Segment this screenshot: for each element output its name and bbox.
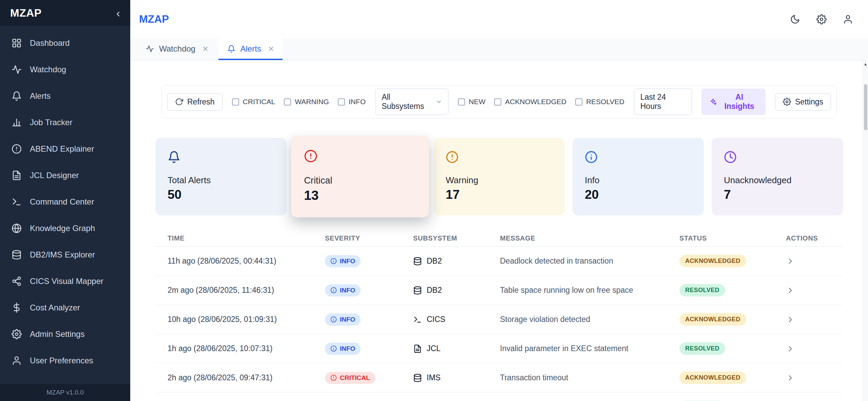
sidebar-item-label: Admin Settings [30, 329, 84, 339]
header-settings-button[interactable] [816, 14, 827, 24]
sidebar-item-jcl-designer[interactable]: JCL Designer [0, 162, 130, 189]
severity-badge: INFO [325, 284, 361, 297]
sidebar-item-label: Dashboard [30, 38, 70, 48]
tab-label: Watchdog [159, 44, 195, 54]
sidebar-item-watchdog[interactable]: Watchdog [0, 56, 130, 83]
status-badge: RESOLVED [679, 284, 725, 297]
stat-card-critical[interactable]: Critical13 [291, 136, 429, 217]
alert-circle-icon [330, 375, 337, 381]
alert-status: ACKNOWLEDGED [679, 313, 783, 326]
alert-severity: INFO [325, 313, 413, 326]
chevron-right-icon[interactable] [786, 286, 795, 295]
sidebar-item-command-center[interactable]: Command Center [0, 189, 130, 215]
main-area: MZAP Watchdog×Alerts× Refresh CRITICALWA… [130, 0, 868, 401]
close-icon[interactable]: × [268, 44, 274, 54]
alert-circle-icon-wrap [304, 149, 317, 163]
stat-label: Critical [304, 175, 416, 186]
chevron-right-icon [786, 344, 795, 353]
time-range-select[interactable]: Last 24 Hours [634, 89, 692, 115]
stat-card-warning[interactable]: Warning17 [433, 138, 565, 215]
dark-mode-button[interactable] [790, 14, 800, 24]
stat-label: Total Alerts [168, 175, 274, 186]
alert-message: Storage violation detected [500, 315, 679, 324]
app-root: MZAP ‹ DashboardWatchdogAlertsJob Tracke… [0, 0, 868, 401]
sidebar-item-dashboard[interactable]: Dashboard [0, 30, 130, 56]
stat-value: 7 [724, 188, 831, 202]
refresh-label: Refresh [187, 97, 215, 107]
status-badge: ACKNOWLEDGED [679, 255, 746, 267]
chevron-right-icon[interactable] [786, 374, 795, 382]
scrollbar[interactable]: ▲ [863, 60, 868, 401]
subsystem-select-value: All Subsystems [382, 93, 431, 111]
chevron-down-icon [436, 98, 442, 105]
checkbox-label: NEW [469, 98, 485, 106]
filter-acknowledged-checkbox[interactable]: ACKNOWLEDGED [494, 98, 566, 106]
tab-bar: Watchdog×Alerts× [130, 39, 868, 60]
subsystem-name: CICS [427, 315, 445, 324]
profile-button[interactable] [843, 14, 853, 24]
settings-button[interactable]: Settings [775, 93, 831, 111]
sidebar-item-user-preferences[interactable]: User Preferences [0, 347, 130, 374]
scrollbar-thumb[interactable] [864, 84, 867, 130]
share-icon [12, 276, 22, 286]
chart-icon [12, 117, 22, 128]
alert-subsystem: DB2 [413, 256, 500, 266]
page-title: MZAP [139, 13, 169, 25]
close-icon[interactable]: × [202, 44, 208, 54]
bell-icon [168, 151, 180, 164]
alert-circle-icon-wrap [446, 151, 459, 164]
severity-badge: INFO [325, 343, 361, 355]
alert-circle-icon [446, 151, 459, 164]
sidebar-item-knowledge-graph[interactable]: Knowledge Graph [0, 215, 130, 242]
alert-actions [783, 257, 843, 266]
settings-label: Settings [795, 97, 823, 107]
sidebar-item-cost-analyzer[interactable]: Cost Analyzer [0, 294, 130, 321]
chevron-right-icon[interactable] [786, 344, 795, 353]
chevron-right-icon [786, 315, 795, 324]
sidebar-item-alerts[interactable]: Alerts [0, 83, 130, 109]
globe-icon [12, 223, 22, 233]
sidebar-item-admin-settings[interactable]: Admin Settings [0, 321, 130, 347]
chevron-right-icon[interactable] [786, 315, 795, 324]
subsystem-select[interactable]: All Subsystems [375, 89, 448, 115]
scroll-up-icon[interactable]: ▲ [863, 62, 868, 66]
sidebar-item-job-tracker[interactable]: Job Tracker [0, 109, 130, 136]
stat-card-total-alerts[interactable]: Total Alerts50 [155, 138, 287, 215]
refresh-button[interactable]: Refresh [167, 93, 223, 111]
status-badge: ACKNOWLEDGED [679, 313, 746, 326]
database-icon [413, 286, 422, 295]
tab-alerts[interactable]: Alerts× [218, 39, 283, 60]
sidebar-collapse-button[interactable]: ‹ [116, 7, 120, 19]
filter-resolved-checkbox[interactable]: RESOLVED [575, 98, 624, 106]
sidebar-item-label: DB2/IMS Explorer [30, 250, 95, 260]
database-icon [12, 250, 22, 260]
filter-warning-checkbox[interactable]: WARNING [284, 98, 329, 106]
alert-subsystem: DB2 [413, 286, 500, 295]
subsystem-name: DB2 [427, 256, 442, 266]
alert-severity: CRITICAL [325, 372, 413, 384]
refresh-icon [175, 98, 183, 106]
sidebar-item-cics-visual-mapper[interactable]: CICS Visual Mapper [0, 268, 130, 294]
stat-label: Warning [446, 175, 553, 186]
stat-card-info[interactable]: Info20 [573, 138, 704, 215]
sidebar-item-label: CICS Visual Mapper [30, 276, 103, 286]
sidebar-item-abend-explainer[interactable]: ABEND Explainer [0, 136, 130, 162]
sidebar-item-label: ABEND Explainer [30, 144, 94, 154]
ai-insights-button[interactable]: AI Insights [701, 89, 766, 115]
gear-icon [12, 329, 22, 339]
database-icon [413, 257, 422, 266]
filter-new-checkbox[interactable]: NEW [458, 98, 485, 106]
database-icon [413, 374, 422, 382]
alerts-content: Refresh CRITICALWARNINGINFO All Subsyste… [130, 60, 868, 401]
column-header-subsystem: SUBSYSTEM [413, 234, 500, 242]
chevron-right-icon[interactable] [786, 257, 795, 266]
filter-info-checkbox[interactable]: INFO [338, 98, 366, 106]
checkbox-icon [232, 98, 239, 106]
filter-critical-checkbox[interactable]: CRITICAL [232, 98, 275, 106]
chevron-right-icon [786, 257, 795, 266]
tab-watchdog[interactable]: Watchdog× [137, 39, 217, 60]
app-logo: MZAP [10, 7, 42, 19]
sidebar-item-db2-ims-explorer[interactable]: DB2/IMS Explorer [0, 242, 130, 268]
stat-card-unacknowledged[interactable]: Unacknowledged7 [712, 138, 843, 215]
status-badge: ACKNOWLEDGED [679, 371, 746, 384]
